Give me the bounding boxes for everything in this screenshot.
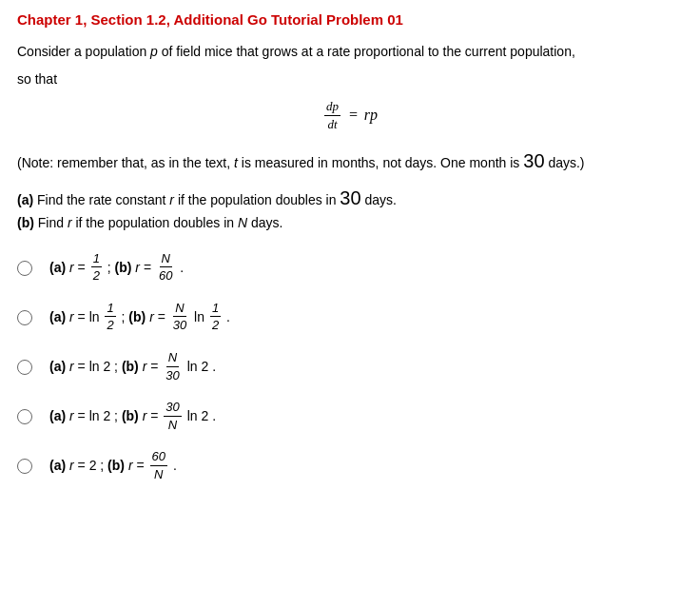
equals-sign: = xyxy=(348,107,359,124)
note-text: (Note: remember that, as in the text, t … xyxy=(17,146,683,176)
option-3-row: (a) r = ln 2 ; (b) r = N 30 ln 2 . xyxy=(17,350,683,382)
option-2-content: (a) r = ln 1 2 ; (b) r = N 30 ln 1 2 . xyxy=(49,301,230,333)
opt1-period: . xyxy=(176,260,184,275)
option-5-content: (a) r = 2 ; (b) r = 60 N . xyxy=(49,449,177,481)
option-4-row: (a) r = ln 2 ; (b) r = 30 N ln 2 . xyxy=(17,400,683,432)
option-4-content: (a) r = ln 2 ; (b) r = 30 N ln 2 . xyxy=(49,400,216,432)
opt1-a-label: (a) r = xyxy=(49,260,89,275)
opt3-a-text: (a) r = ln 2 ; (b) r = xyxy=(49,359,162,374)
opt4-b-fraction: 30 N xyxy=(164,400,181,432)
opt4-ln2: ln 2 . xyxy=(184,408,216,423)
opt1-a-fraction: 1 2 xyxy=(91,251,102,284)
opt5-period: . xyxy=(169,458,177,473)
intro-text: Consider a population p of field mice th… xyxy=(17,44,575,59)
opt3-ln2: ln 2 . xyxy=(184,359,216,374)
opt3-b-fraction: N 30 xyxy=(164,350,181,382)
opt5-a-text: (a) r = 2 ; (b) r = xyxy=(49,458,148,473)
opt2-separator: ; (b) r = xyxy=(118,309,169,324)
fraction-denominator: dt xyxy=(325,116,339,132)
opt4-a-text: (a) r = ln 2 ; (b) r = xyxy=(49,408,162,423)
opt2-b-fraction: N 30 xyxy=(171,301,188,333)
option-1-content: (a) r = 1 2 ; (b) r = N 60 . xyxy=(49,251,184,284)
opt2-ln: ln xyxy=(190,309,208,324)
option-4-radio[interactable] xyxy=(17,409,32,424)
answer-options: (a) r = 1 2 ; (b) r = N 60 . (a) r = ln … xyxy=(17,251,683,482)
option-1-row: (a) r = 1 2 ; (b) r = N 60 . xyxy=(17,251,683,284)
problem-intro: Consider a population p of field mice th… xyxy=(17,41,683,62)
opt5-b-fraction: 60 N xyxy=(150,449,167,481)
option-2-radio[interactable] xyxy=(17,310,32,325)
option-5-radio[interactable] xyxy=(17,459,32,474)
part-b-question: (b) Find r if the population doubles in … xyxy=(17,215,683,230)
opt2-period: . xyxy=(223,309,230,324)
opt1-b-fraction: N 60 xyxy=(157,251,174,284)
dp-dt-fraction: dp dt xyxy=(324,99,340,131)
option-1-radio[interactable] xyxy=(17,261,32,276)
option-5-row: (a) r = 2 ; (b) r = 60 N . xyxy=(17,449,683,481)
main-equation: dp dt = rp xyxy=(17,98,683,131)
option-3-radio[interactable] xyxy=(17,360,32,375)
opt2-b-ln-fraction: 1 2 xyxy=(210,301,221,333)
option-2-row: (a) r = ln 1 2 ; (b) r = N 30 ln 1 2 . xyxy=(17,301,683,333)
opt2-a-fraction: 1 2 xyxy=(105,301,115,333)
opt2-a-label: (a) r = ln xyxy=(49,309,103,324)
option-3-content: (a) r = ln 2 ; (b) r = N 30 ln 2 . xyxy=(49,350,216,382)
so-that-text: so that xyxy=(17,71,683,87)
opt1-separator: ; (b) r = xyxy=(104,260,155,275)
rp-term: rp xyxy=(364,107,378,124)
fraction-numerator: dp xyxy=(324,99,340,116)
one-month-value: 30 xyxy=(523,150,544,171)
chapter-title: Chapter 1, Section 1.2, Additional Go Tu… xyxy=(17,11,683,28)
part-a-question: (a) Find the rate constant r if the popu… xyxy=(17,187,683,209)
